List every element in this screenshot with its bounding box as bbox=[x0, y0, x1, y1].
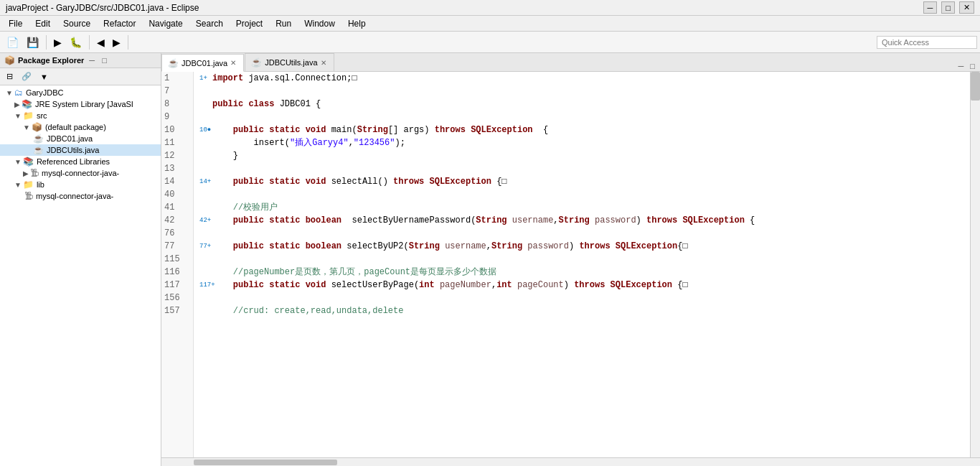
menu-edit[interactable]: Edit bbox=[29, 17, 56, 30]
code-line-76 bbox=[199, 227, 964, 240]
code-line-8: public class JDBC01 { bbox=[199, 98, 964, 111]
menu-project[interactable]: Project bbox=[230, 17, 268, 30]
code-line-1: 1+ import java.sql.Connection;□ bbox=[199, 72, 964, 85]
tree-item-jdbcutils[interactable]: ☕ JDBCUtils.java bbox=[0, 144, 161, 156]
marker-10: 10● bbox=[199, 124, 211, 136]
new-button[interactable]: 📄 bbox=[3, 34, 22, 50]
explorer-menu-button[interactable]: ▼ bbox=[37, 70, 52, 83]
maximize-button[interactable]: □ bbox=[941, 1, 955, 14]
tree-label-src: src bbox=[37, 111, 47, 120]
tree-label-jdbcutils: JDBCUtils.java bbox=[47, 146, 99, 154]
tab-icon-jdbcutils: ☕ bbox=[251, 57, 262, 67]
marker-117: 117+ bbox=[199, 279, 211, 292]
code-line-117: 117+ public static void selectUserByPage… bbox=[199, 279, 964, 292]
code-text-157: //crud: create,read,undata,delete bbox=[212, 304, 403, 317]
collapse-all-button[interactable]: ⊟ bbox=[3, 70, 17, 83]
forward-button[interactable]: ▶ bbox=[109, 34, 124, 50]
tree-label-jre: JRE System Library [JavaSI bbox=[35, 100, 133, 108]
code-text-14: public static void selectAll() throws SQ… bbox=[212, 175, 507, 188]
tab-jdbcutils[interactable]: ☕ JDBCUtils.java ✕ bbox=[245, 53, 334, 71]
tree-arrow-mysql-ref: ▶ bbox=[23, 169, 29, 177]
tree-item-jdbc01[interactable]: ☕ JDBC01.java bbox=[0, 133, 161, 144]
tree-arrow-lib: ▼ bbox=[14, 181, 22, 189]
marker-77: 77+ bbox=[199, 240, 211, 253]
quick-access-input[interactable] bbox=[877, 36, 977, 49]
toolbar-sep-2 bbox=[89, 35, 90, 50]
code-editor[interactable]: 1+ import java.sql.Connection;□ public c… bbox=[194, 72, 970, 457]
tree-arrow-jre: ▶ bbox=[14, 101, 20, 108]
main-layout: 📦 Package Explorer ─ □ ⊟ 🔗 ▼ ▼ 🗂 GaryJDB… bbox=[0, 53, 980, 466]
editor-content: 1 7 8 9 10 11 12 13 14 40 41 42 76 77 11… bbox=[161, 72, 980, 457]
explorer-minimize-button[interactable]: ─ bbox=[87, 55, 97, 65]
close-button[interactable]: ✕ bbox=[959, 1, 974, 14]
menu-search[interactable]: Search bbox=[190, 17, 229, 30]
code-line-41: //校验用户 bbox=[199, 201, 964, 214]
explorer-maximize-button[interactable]: □ bbox=[100, 55, 109, 65]
code-text-1: import java.sql.Connection;□ bbox=[212, 72, 357, 85]
package-icon: 📦 bbox=[32, 122, 42, 132]
reflibr-icon: 📚 bbox=[23, 157, 34, 167]
tree-label-mysql-ref: mysql-connector-java- bbox=[42, 169, 119, 177]
menu-refactor[interactable]: Refactor bbox=[98, 17, 141, 30]
menu-source[interactable]: Source bbox=[57, 17, 96, 30]
menu-help[interactable]: Help bbox=[342, 17, 372, 30]
code-line-14: 14+ public static void selectAll() throw… bbox=[199, 175, 964, 188]
menu-bar: File Edit Source Refactor Navigate Searc… bbox=[0, 16, 980, 32]
code-text-12: } bbox=[212, 149, 238, 162]
code-text-117: public static void selectUserByPage(int … bbox=[212, 279, 688, 292]
code-line-77: 77+ public static boolean selectByUP2(St… bbox=[199, 240, 964, 253]
code-text-116: //pageNumber是页数，第几页，pageCount是每页显示多少个数据 bbox=[212, 266, 496, 279]
debug-button[interactable]: 🐛 bbox=[66, 34, 85, 50]
code-line-12: } bbox=[199, 149, 964, 162]
code-line-157: //crud: create,read,undata,delete bbox=[199, 304, 964, 317]
code-text-77: public static boolean selectByUP2(String… bbox=[212, 240, 688, 253]
menu-file[interactable]: File bbox=[3, 17, 28, 30]
link-editor-button[interactable]: 🔗 bbox=[18, 70, 35, 83]
tree-item-default-pkg[interactable]: ▼ 📦 (default package) bbox=[0, 121, 161, 133]
nav-toolbar-group: ◀ ▶ bbox=[93, 34, 124, 50]
tree-label-mysql-lib: mysql-connector-java- bbox=[36, 192, 113, 200]
minimize-button[interactable]: ─ bbox=[923, 1, 938, 14]
package-explorer-panel: 📦 Package Explorer ─ □ ⊟ 🔗 ▼ ▼ 🗂 GaryJDB… bbox=[0, 53, 161, 466]
code-text-41: //校验用户 bbox=[212, 201, 278, 214]
tab-jdbc01[interactable]: ☕ JDBC01.java ✕ bbox=[161, 54, 244, 72]
editor-area: ☕ JDBC01.java ✕ ☕ JDBCUtils.java ✕ ─ □ 1… bbox=[161, 53, 980, 466]
code-line-7 bbox=[199, 85, 964, 98]
menu-navigate[interactable]: Navigate bbox=[143, 17, 188, 30]
editor-minimize-icon[interactable]: ─ bbox=[956, 61, 966, 71]
editor-scrollbar[interactable] bbox=[970, 72, 980, 457]
tab-label-jdbc01: JDBC01.java bbox=[182, 59, 227, 67]
tree-item-reflibr[interactable]: ▼ 📚 Referenced Libraries bbox=[0, 156, 161, 167]
back-button[interactable]: ◀ bbox=[93, 34, 108, 50]
toolbar-sep-3 bbox=[128, 35, 128, 50]
jar-icon-lib: 🗜 bbox=[24, 191, 33, 201]
project-icon: 🗂 bbox=[14, 88, 23, 98]
line-numbers: 1 7 8 9 10 11 12 13 14 40 41 42 76 77 11… bbox=[161, 72, 194, 457]
java-icon-jdbcutils: ☕ bbox=[33, 145, 44, 155]
tree-item-jre[interactable]: ▶ 📚 JRE System Library [JavaSI bbox=[0, 98, 161, 110]
menu-run[interactable]: Run bbox=[270, 17, 297, 30]
window-controls[interactable]: ─ □ ✕ bbox=[923, 1, 974, 14]
tree-arrow-reflibr: ▼ bbox=[14, 158, 22, 166]
run-button[interactable]: ▶ bbox=[50, 34, 65, 50]
tab-label-jdbcutils: JDBCUtils.java bbox=[265, 58, 317, 67]
marker-1: 1+ bbox=[199, 72, 211, 85]
marker-14: 14+ bbox=[199, 175, 211, 188]
horizontal-scrollbar[interactable] bbox=[161, 457, 980, 466]
editor-tabs: ☕ JDBC01.java ✕ ☕ JDBCUtils.java ✕ ─ □ bbox=[161, 53, 980, 72]
tree-arrow-default-pkg: ▼ bbox=[23, 124, 30, 131]
tab-close-jdbc01[interactable]: ✕ bbox=[230, 59, 236, 67]
tree-item-lib[interactable]: ▼ 📁 lib bbox=[0, 179, 161, 190]
tree-item-mysql-ref[interactable]: ▶ 🗜 mysql-connector-java- bbox=[0, 167, 161, 179]
tree-item-mysql-lib[interactable]: 🗜 mysql-connector-java- bbox=[0, 190, 161, 202]
tree-label-default-pkg: (default package) bbox=[45, 123, 106, 131]
code-line-40 bbox=[199, 188, 964, 201]
menu-window[interactable]: Window bbox=[298, 17, 341, 30]
editor-maximize-icon[interactable]: □ bbox=[968, 61, 977, 71]
title-bar-text: javaProject - GaryJDBC/src/JDBC01.java -… bbox=[6, 3, 199, 13]
code-line-115 bbox=[199, 253, 964, 266]
save-button[interactable]: 💾 bbox=[23, 34, 42, 50]
tab-close-jdbcutils[interactable]: ✕ bbox=[321, 59, 326, 67]
tree-item-src[interactable]: ▼ 📁 src bbox=[0, 110, 161, 121]
tree-item-garyjdbc[interactable]: ▼ 🗂 GaryJDBC bbox=[0, 87, 161, 98]
